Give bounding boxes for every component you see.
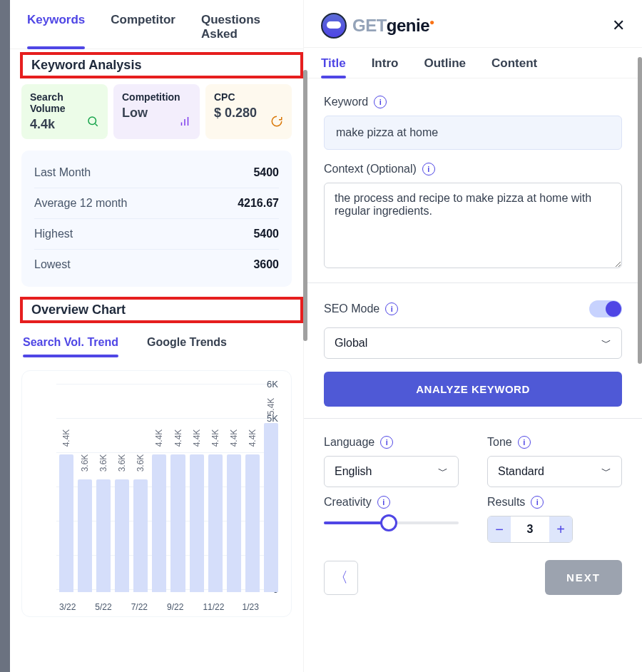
- analyze-keyword-button[interactable]: ANALYZE KEYWORD: [324, 372, 622, 407]
- chart-bar: 4.4K: [227, 454, 241, 592]
- info-icon[interactable]: i: [377, 496, 390, 509]
- metrics-row: Search Volume 4.4k Competition Low CPC $…: [10, 84, 303, 139]
- stat-label: Average 12 month: [34, 197, 127, 210]
- stat-label: Last Month: [34, 166, 91, 179]
- info-icon[interactable]: i: [385, 302, 398, 315]
- tab-outline[interactable]: Outline: [424, 56, 466, 78]
- x-tick: [113, 602, 131, 612]
- stepper-plus[interactable]: +: [549, 516, 572, 542]
- bar-chart: 01K2K3K4K5K6K4.4K3.6K3.6K3.6K3.6K4.4K4.4…: [31, 384, 282, 612]
- info-icon[interactable]: i: [380, 436, 393, 449]
- bar-chart-icon: [178, 115, 191, 131]
- brand-text: GETgenie●: [352, 16, 434, 36]
- chart-card: 01K2K3K4K5K6K4.4K3.6K3.6K3.6K3.6K4.4K4.4…: [21, 370, 292, 617]
- creativity-slider[interactable]: [324, 516, 459, 530]
- back-button[interactable]: 〈: [324, 561, 358, 595]
- chevron-down-icon: ﹀: [601, 465, 611, 478]
- right-tabs: Title Intro Outline Content: [304, 48, 642, 78]
- stat-value: 4216.67: [238, 197, 279, 210]
- chart-bar: 3.6K: [115, 479, 129, 592]
- stat-value: 3600: [253, 258, 279, 271]
- target-icon: [270, 115, 283, 131]
- tab-competitor[interactable]: Competitor: [111, 13, 175, 49]
- stat-row-average: Average 12 month 4216.67: [34, 188, 279, 219]
- bar-value-label: 4.4K: [173, 429, 183, 447]
- seo-mode-toggle[interactable]: [589, 300, 622, 317]
- chart-bar: 3.6K: [133, 479, 148, 592]
- region-select[interactable]: Global ﹀: [324, 327, 622, 359]
- overview-chart-title: Overview Chart: [23, 300, 300, 320]
- left-scrollbar[interactable]: [303, 66, 307, 672]
- bar-value-label: 4.4K: [61, 429, 71, 447]
- bar-value-label: 5.4K: [266, 398, 276, 416]
- x-tick: [260, 602, 278, 612]
- left-tabs: Keywords Competitor Questions Asked: [10, 0, 303, 49]
- language-value: English: [335, 465, 372, 478]
- tone-label: Tone i: [487, 436, 622, 449]
- window-left-edge: [0, 0, 10, 672]
- stat-value: 5400: [253, 228, 279, 240]
- highlight-overview-chart: Overview Chart: [20, 297, 303, 323]
- info-icon[interactable]: i: [422, 163, 435, 175]
- results-stepper[interactable]: − 3 +: [487, 516, 573, 543]
- close-icon[interactable]: ✕: [612, 16, 625, 35]
- chart-bar: 4.4K: [190, 454, 204, 592]
- next-button[interactable]: NEXT: [545, 560, 622, 595]
- seo-section: SEO Mode i Global ﹀ ANALYZE KEYWORD: [304, 283, 642, 419]
- chart-bar: 3.6K: [78, 479, 92, 592]
- tab-content[interactable]: Content: [491, 56, 537, 78]
- left-panel: Keywords Competitor Questions Asked Keyw…: [10, 0, 303, 672]
- svg-point-0: [88, 117, 96, 125]
- wizard-footer: 〈 NEXT: [304, 549, 642, 612]
- keyword-input[interactable]: [324, 116, 622, 150]
- metric-competition: Competition Low: [113, 84, 200, 139]
- bar-value-label: 4.4K: [248, 429, 258, 447]
- tab-intro[interactable]: Intro: [372, 56, 399, 78]
- chart-bar: 4.4K: [59, 454, 73, 592]
- x-tick: 9/22: [167, 602, 185, 612]
- bar-value-label: 4.4K: [210, 429, 220, 447]
- creativity-label: Creativity i: [324, 496, 459, 509]
- chart-tab-google-trends[interactable]: Google Trends: [147, 336, 227, 356]
- info-icon[interactable]: i: [374, 96, 387, 108]
- context-textarea[interactable]: the process and recipe to make pizza at …: [324, 183, 622, 268]
- right-scrollbar[interactable]: [638, 53, 642, 672]
- stat-row-last-month: Last Month 5400: [34, 158, 279, 188]
- creativity-results-row: Creativity i Results i − 3 +: [304, 493, 642, 549]
- chart-tab-search-vol[interactable]: Search Vol. Trend: [23, 336, 118, 356]
- keyword-analysis-title: Keyword Analysis: [23, 55, 300, 76]
- results-label: Results i: [487, 496, 622, 509]
- x-tick: 1/23: [243, 602, 260, 612]
- language-tone-row: Language i English ﹀ Tone i Standard ﹀: [304, 419, 642, 493]
- metric-label: CPC: [214, 91, 283, 103]
- tab-title[interactable]: Title: [321, 56, 346, 78]
- tone-select[interactable]: Standard ﹀: [487, 456, 622, 487]
- chart-bar: 4.4K: [152, 454, 166, 592]
- svg-line-1: [95, 123, 97, 126]
- bar-value-label: 4.4K: [192, 429, 202, 447]
- tab-keywords[interactable]: Keywords: [27, 13, 85, 49]
- info-icon[interactable]: i: [518, 436, 531, 449]
- bar-value-label: 3.6K: [136, 454, 146, 472]
- stepper-minus[interactable]: −: [488, 516, 511, 542]
- stat-label: Highest: [34, 228, 73, 240]
- x-tick: [185, 602, 203, 612]
- x-tick: 11/22: [203, 602, 224, 612]
- highlight-keyword-analysis: Keyword Analysis: [20, 52, 303, 78]
- chart-bar: 3.6K: [96, 479, 111, 592]
- bar-value-label: 3.6K: [98, 454, 108, 472]
- info-icon[interactable]: i: [531, 496, 544, 509]
- metric-search-volume: Search Volume 4.4k: [21, 84, 108, 139]
- language-select[interactable]: English ﹀: [324, 456, 459, 487]
- x-tick: 5/22: [95, 602, 113, 612]
- slider-knob[interactable]: [380, 514, 397, 531]
- chart-bar: 4.4K: [245, 454, 260, 592]
- right-panel: GETgenie● ✕ Title Intro Outline Content …: [303, 0, 642, 672]
- right-header: GETgenie● ✕: [304, 0, 642, 47]
- search-icon: [86, 115, 99, 131]
- language-label: Language i: [324, 436, 459, 449]
- stat-label: Lowest: [34, 258, 71, 271]
- bar-value-label: 3.6K: [80, 454, 90, 472]
- chevron-left-icon: 〈: [334, 568, 348, 587]
- tab-questions-asked[interactable]: Questions Asked: [201, 13, 286, 49]
